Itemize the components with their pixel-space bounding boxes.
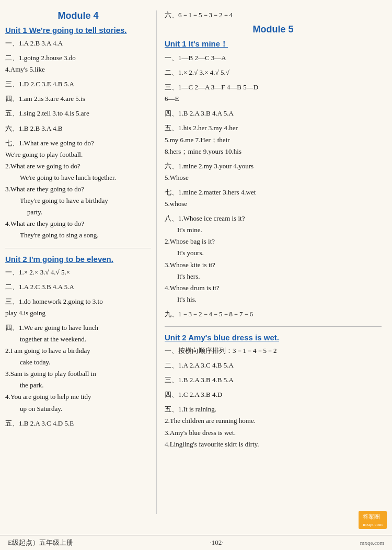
- right-unit2-section4: 四、1.C 2.A 3.B 4.D: [165, 389, 382, 400]
- right-unit1-section9: 九、1－3－2－4－5－8－7－6: [165, 308, 382, 320]
- left-u2-s2: 二、1.A 2.C 3.B 4.A 5.A: [5, 281, 151, 293]
- left-u2-s4f: the park.: [20, 380, 151, 391]
- left-u1-s4: 四、1.am 2.is 3.are 4.are 5.is: [5, 93, 151, 105]
- page-footer: E级起点）五年级上册 ·102· mxqe.com: [0, 535, 392, 550]
- watermark-badge: 答案圈 mxqe.com: [359, 511, 387, 529]
- unit2-left-title: Unit 2 I'm going to be eleven.: [5, 255, 151, 263]
- right-u2-s4: 四、1.C 2.A 3.B 4.D: [165, 389, 382, 400]
- left-u1-s7d: We're going to have lunch together.: [20, 172, 151, 184]
- right-unit1-section6: 六、1.mine 2.my 3.your 4.yours 5.Whose: [165, 161, 382, 184]
- right-unit1-section2: 二、1.× 2.√ 3.× 4.√ 5.√: [165, 67, 382, 78]
- right-u1-s8b: It's mine.: [177, 224, 382, 236]
- left-u1-s7b: We're going to play football.: [5, 149, 151, 161]
- right-unit1-section3: 三、1—C 2—A 3—F 4—B 5—D 6—E: [165, 82, 382, 105]
- right-u2-s5c: 3.Amy's blue dress is wet.: [165, 427, 382, 439]
- content-area: Module 4 Unit 1 We're going to tell stor…: [0, 0, 392, 535]
- right-u1-s8c: 2.Whose bag is it?: [165, 236, 382, 247]
- left-unit2-section1: 一、1.× 2.× 3.√ 4.√ 5.×: [5, 267, 151, 278]
- unit2-right-title: Unit 2 Amy's blue dress is wet.: [165, 333, 382, 342]
- left-u2-s3a: 三、1.do homework 2.going to 3.to: [5, 296, 151, 307]
- right-u1-s8g: 4.Whose drum is it?: [165, 282, 382, 294]
- right-u2-s1: 一、按横向顺序排列：3－1－4－5－2: [165, 345, 382, 357]
- right-u1-s8a: 八、1.Whose ice cream is it?: [165, 213, 382, 224]
- divider2: [165, 326, 382, 327]
- right-unit2-section2: 二、1.A 2.A 3.C 4.B 5.A: [165, 360, 382, 371]
- right-unit2-section3: 三、1.B 2.A 3.B 4.B 5.A: [165, 374, 382, 386]
- left-u2-s4a: 四、1.We are going to have lunch: [5, 322, 151, 334]
- right-column: 六、6－1－5－3－2－4 Module 5 Unit 1 It's mine！…: [157, 10, 382, 514]
- right-u2-s5a: 五、1.It is raining.: [165, 404, 382, 415]
- right-u1-s5a: 五、1.his 2.her 3.my 4.her: [165, 122, 382, 134]
- left-unit1-section6: 六、1.B 2.B 3.A 4.B: [5, 123, 151, 134]
- left-u1-s7c: 2.What are we going to do?: [5, 161, 151, 172]
- right-u1-s2: 二、1.× 2.√ 3.× 4.√ 5.√: [165, 67, 382, 78]
- right-u1-s8e: 3.Whose kite is it?: [165, 259, 382, 271]
- left-unit2-section5: 五、1.B 2.A 3.C 4.D 5.E: [5, 418, 151, 429]
- left-u2-s4d: cake today.: [20, 357, 151, 368]
- divider1: [5, 248, 151, 248]
- left-u1-s7e: 3.What are they going to do?: [5, 184, 151, 195]
- right-u1-s6b: 5.Whose: [165, 172, 382, 184]
- left-u2-s1: 一、1.× 2.× 3.√ 4.√ 5.×: [5, 267, 151, 278]
- left-unit2-section4: 四、1.We are going to have lunch together …: [5, 322, 151, 415]
- right-u2-s5b: 2.The children are running home.: [165, 415, 382, 427]
- footer-left-text: E级起点）五年级上册: [8, 538, 73, 547]
- right-top-answer: 六、6－1－5－3－2－4: [165, 10, 382, 20]
- left-u1-s3: 三、1.D 2.C 3.E 4.B 5.A: [5, 78, 151, 90]
- right-unit2-section1: 一、按横向顺序排列：3－1－4－5－2: [165, 345, 382, 357]
- left-u1-s2a: 二、1.going 2.house 3.do: [5, 52, 151, 64]
- right-u1-s3b: 6—E: [165, 93, 382, 105]
- left-u1-s5: 五、1.sing 2.tell 3.to 4.is 5.are: [5, 108, 151, 119]
- left-u1-s7g: party.: [27, 207, 151, 218]
- module4-title: Module 4: [5, 10, 151, 21]
- left-unit1-section2: 二、1.going 2.house 3.do 4.Amy's 5.like: [5, 52, 151, 75]
- right-unit2-section5: 五、1.It is raining. 2.The children are ru…: [165, 404, 382, 450]
- right-u1-s5b: 5.my 6.me 7.Her；their: [165, 134, 382, 146]
- left-u1-s6: 六、1.B 2.B 3.A 4.B: [5, 123, 151, 134]
- left-u2-s3b: play 4.is going: [5, 307, 151, 319]
- right-u1-s8h: It's his.: [177, 294, 382, 305]
- right-u1-s5c: 8.hers；mine 9.yours 10.his: [165, 146, 382, 157]
- left-unit1-section7: 七、1.What are we going to do? We're going…: [5, 138, 151, 242]
- right-u1-s7: 七、1.mine 2.matter 3.hers 4.wet: [165, 187, 382, 198]
- unit1-right-title: Unit 1 It's mine！: [165, 39, 382, 49]
- right-unit1-section4: 四、1.B 2.A 3.B 4.A 5.A: [165, 108, 382, 119]
- right-u1-s9: 九、1－3－2－4－5－8－7－6: [165, 308, 382, 320]
- left-u2-s4e: 3.Sam is going to play football in: [5, 368, 151, 380]
- footer-watermark: mxqe.com: [360, 540, 384, 546]
- unit1-left-title: Unit 1 We're going to tell stories.: [5, 26, 151, 35]
- left-u1-s7i: They're going to sing a song.: [20, 230, 151, 241]
- right-u1-s7b: 5.whose: [165, 198, 382, 210]
- left-u1-s7a: 七、1.What are we going to do?: [5, 138, 151, 149]
- left-u2-s4c: 2.I am going to have a birthday: [5, 345, 151, 357]
- footer-page-number: ·102·: [210, 538, 223, 547]
- watermark-url: mxqe.com: [363, 522, 383, 527]
- left-u1-s7f: They're going to have a birthday: [20, 195, 151, 207]
- left-unit1-section3: 三、1.D 2.C 3.E 4.B 5.A: [5, 78, 151, 90]
- right-unit1-section5: 五、1.his 2.her 3.my 4.her 5.my 6.me 7.Her…: [165, 122, 382, 157]
- left-u1-s7h: 4.What are they going to do?: [5, 218, 151, 230]
- right-unit1-section8: 八、1.Whose ice cream is it? It's mine. 2.…: [165, 213, 382, 305]
- left-unit1-section4: 四、1.am 2.is 3.are 4.are 5.is: [5, 93, 151, 105]
- right-u2-s3: 三、1.B 2.A 3.B 4.B 5.A: [165, 374, 382, 386]
- left-unit1-section1: 一、1.A 2.B 3.A 4.A: [5, 38, 151, 49]
- right-u1-s4: 四、1.B 2.A 3.B 4.A 5.A: [165, 108, 382, 119]
- module5-title: Module 5: [165, 24, 382, 35]
- right-u2-s2: 二、1.A 2.A 3.C 4.B 5.A: [165, 360, 382, 371]
- watermark-text: 答案圈: [363, 513, 380, 520]
- left-u2-s4g: 4.You are going to help me tidy: [5, 391, 151, 403]
- right-unit1-section7: 七、1.mine 2.matter 3.hers 4.wet 5.whose: [165, 187, 382, 210]
- left-u1-s1: 一、1.A 2.B 3.A 4.A: [5, 38, 151, 49]
- right-unit1-section1: 一、1—B 2—C 3—A: [165, 52, 382, 64]
- right-u1-s8d: It's yours.: [177, 247, 382, 259]
- right-u1-s8f: It's hers.: [177, 271, 382, 282]
- left-u2-s4b: together at the weekend.: [20, 334, 151, 345]
- right-u1-s6a: 六、1.mine 2.my 3.your 4.yours: [165, 161, 382, 172]
- left-u1-s2b: 4.Amy's 5.like: [5, 64, 151, 75]
- right-u1-s3a: 三、1—C 2—A 3—F 4—B 5—D: [165, 82, 382, 93]
- left-u2-s4h: up on Saturday.: [20, 403, 151, 415]
- right-u2-s5d: 4.Lingling's favourite skirt is dirty.: [165, 439, 382, 450]
- left-unit1-section5: 五、1.sing 2.tell 3.to 4.is 5.are: [5, 108, 151, 119]
- page: Module 4 Unit 1 We're going to tell stor…: [0, 0, 392, 550]
- left-column: Module 4 Unit 1 We're going to tell stor…: [5, 10, 157, 514]
